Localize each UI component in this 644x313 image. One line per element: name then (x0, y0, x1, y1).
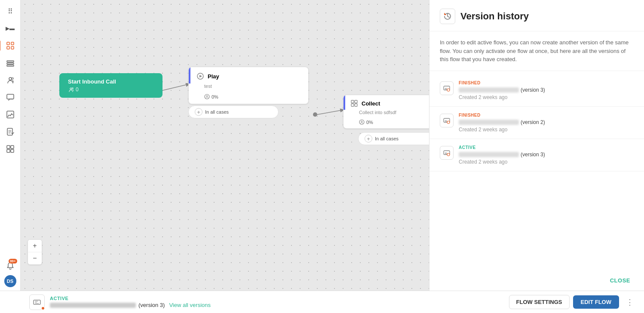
version-item-1[interactable]: FINISHED (version 2) Created 2 weeks ago (429, 107, 644, 139)
svg-point-20 (72, 88, 74, 89)
panel-description: In order to edit active flows, you can n… (429, 31, 644, 71)
sidebar: ⠿ ▶▬ (0, 0, 21, 291)
version-name-0: (version 3) (459, 87, 634, 93)
flows-icon[interactable] (3, 38, 18, 53)
svg-rect-26 (351, 104, 354, 106)
collect-node-header: Collect (343, 95, 429, 110)
flow-settings-button[interactable]: FLOW SETTINGS (509, 295, 570, 309)
user-avatar[interactable]: DS (4, 275, 16, 287)
notification-badge: 99+ (9, 259, 17, 263)
play-connector: + In all cases (188, 105, 279, 118)
svg-point-35 (447, 153, 450, 156)
version-name-2: (version 3) (459, 152, 634, 158)
panel-header: Version history (429, 0, 644, 31)
svg-rect-12 (7, 146, 10, 149)
version-name-tag-0: (version 3) (521, 87, 545, 93)
bottom-flow-name: (version 3) View all versions (50, 302, 211, 308)
chat-icon[interactable] (3, 90, 18, 105)
version-name-blur-2 (459, 152, 519, 157)
version-name-tag-2: (version 3) (521, 152, 545, 158)
version-date-1: Created 2 weeks ago (459, 127, 634, 133)
version-list: FINISHED (version 3) Created 2 weeks ago… (429, 71, 644, 271)
svg-line-18 (317, 110, 344, 115)
edit-flow-button[interactable]: EDIT FLOW (573, 295, 619, 309)
version-item-icon-1 (440, 114, 454, 127)
bottom-actions: FLOW SETTINGS EDIT FLOW ⋮ (509, 295, 637, 309)
svg-point-29 (361, 121, 362, 122)
panel-footer: CLOSE (429, 270, 644, 291)
version-item-icon-0 (440, 81, 454, 95)
zoom-out-button[interactable]: − (28, 252, 42, 264)
svg-rect-6 (7, 65, 14, 66)
play-node-header: Play (189, 67, 308, 84)
svg-point-17 (313, 112, 317, 117)
collect-node[interactable]: Collect Collect into sdfsdf 0% (343, 95, 429, 129)
svg-rect-2 (11, 42, 14, 45)
play-node[interactable]: Play test 0% (188, 67, 309, 104)
version-content-2: ACTIVE (version 3) Created 2 weeks ago (459, 145, 634, 165)
grid2-icon[interactable] (3, 141, 18, 157)
audit-icon[interactable] (3, 124, 18, 139)
svg-point-31 (447, 89, 450, 91)
svg-rect-0 (7, 42, 9, 45)
svg-rect-24 (351, 100, 354, 103)
grid-icon[interactable]: ⠿ (3, 3, 18, 19)
svg-rect-5 (7, 63, 14, 64)
version-status-1: FINISHED (459, 113, 634, 118)
close-panel-button[interactable]: CLOSE (607, 276, 634, 285)
start-node-sub: 0 (68, 87, 154, 93)
flow-canvas[interactable]: Start Inbound Call 0 (21, 0, 429, 291)
svg-rect-9 (7, 94, 14, 99)
version-item-0[interactable]: FINISHED (version 3) Created 2 weeks ago (429, 74, 644, 107)
svg-point-33 (447, 121, 450, 124)
terminal-icon[interactable]: ▶▬ (3, 21, 18, 36)
layers-icon[interactable] (3, 55, 18, 71)
bottom-flow-name-blur (50, 303, 136, 308)
version-date-0: Created 2 weeks ago (459, 94, 634, 100)
more-options-button[interactable]: ⋮ (623, 296, 637, 309)
svg-rect-13 (11, 146, 14, 149)
bottom-flow-icon (29, 294, 45, 310)
version-status-2: ACTIVE (459, 145, 634, 150)
svg-rect-3 (11, 46, 14, 49)
svg-rect-27 (355, 104, 357, 106)
version-name-blur-0 (459, 87, 519, 93)
notification-icon[interactable]: 99+ (3, 258, 18, 273)
bottom-bar: ACTIVE (version 3) View all versions FLO… (0, 291, 644, 313)
bottom-active-label: ACTIVE (50, 296, 211, 301)
main-canvas-area: Start Inbound Call 0 (21, 0, 429, 291)
collect-connector-plus[interactable]: + (365, 135, 372, 143)
play-connector-plus[interactable]: + (195, 108, 202, 116)
bottom-badge (41, 306, 45, 310)
collect-connector: + In all cases (358, 132, 429, 145)
svg-point-23 (206, 96, 208, 97)
svg-rect-15 (11, 149, 14, 152)
version-status-0: FINISHED (459, 81, 634, 85)
version-date-2: Created 2 weeks ago (459, 159, 634, 165)
zoom-controls: + − (28, 239, 42, 265)
svg-rect-25 (355, 100, 357, 103)
svg-rect-1 (7, 46, 9, 49)
version-name-tag-1: (version 2) (521, 119, 545, 125)
collect-node-sub: Collect into sdfsdf (343, 110, 429, 118)
bottom-version-tag: (version 3) (138, 302, 165, 308)
version-name-1: (version 2) (459, 119, 634, 125)
version-item-2[interactable]: ACTIVE (version 3) Created 2 weeks ago (429, 139, 644, 171)
play-node-stat: 0% (189, 92, 308, 104)
zoom-in-button[interactable]: + (28, 240, 42, 252)
version-content-0: FINISHED (version 3) Created 2 weeks ago (459, 81, 634, 100)
svg-rect-36 (34, 300, 40, 304)
view-all-versions-link[interactable]: View all versions (169, 302, 211, 308)
start-node[interactable]: Start Inbound Call 0 (59, 73, 163, 98)
play-node-sub: test (189, 84, 308, 92)
version-name-blur-1 (459, 120, 519, 125)
play-node-title: Play (208, 73, 219, 80)
svg-point-7 (9, 77, 12, 80)
panel-title: Version history (460, 11, 529, 22)
svg-rect-4 (7, 61, 14, 62)
collect-node-stat: 0% (343, 118, 429, 128)
version-history-panel: Version history In order to edit active … (429, 0, 644, 291)
start-node-title: Start Inbound Call (68, 78, 154, 85)
users-icon[interactable] (3, 72, 18, 88)
reports-icon[interactable] (3, 107, 18, 122)
